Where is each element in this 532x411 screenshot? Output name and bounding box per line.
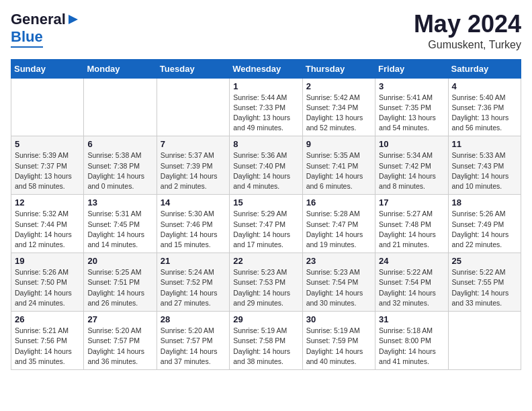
day-number: 10 <box>379 139 444 149</box>
col-thursday: Thursday <box>302 59 375 78</box>
table-row: 2Sunrise: 5:42 AMSunset: 7:34 PMDaylight… <box>302 78 375 136</box>
day-number: 30 <box>306 314 371 324</box>
table-row: 17Sunrise: 5:27 AMSunset: 7:48 PMDayligh… <box>375 195 448 253</box>
table-row: 25Sunrise: 5:22 AMSunset: 7:55 PMDayligh… <box>448 253 521 312</box>
table-row: 27Sunrise: 5:20 AMSunset: 7:57 PMDayligh… <box>84 312 157 370</box>
day-info: Sunrise: 5:33 AMSunset: 7:43 PMDaylight:… <box>452 150 517 191</box>
table-row: 5Sunrise: 5:39 AMSunset: 7:37 PMDaylight… <box>11 136 84 195</box>
day-info: Sunrise: 5:39 AMSunset: 7:37 PMDaylight:… <box>15 150 80 191</box>
day-info: Sunrise: 5:32 AMSunset: 7:44 PMDaylight:… <box>15 209 80 250</box>
logo-arrow-icon <box>66 12 81 27</box>
table-row: 9Sunrise: 5:35 AMSunset: 7:41 PMDaylight… <box>302 136 375 195</box>
logo-blue-text: Blue <box>11 28 43 48</box>
day-info: Sunrise: 5:18 AMSunset: 8:00 PMDaylight:… <box>379 326 444 367</box>
page-header: General Blue May 2024 Gumuskent, Turkey <box>11 11 521 51</box>
calendar-week-row: 1Sunrise: 5:44 AMSunset: 7:33 PMDaylight… <box>11 78 521 136</box>
table-row: 26Sunrise: 5:21 AMSunset: 7:56 PMDayligh… <box>11 312 84 370</box>
day-number: 9 <box>306 139 371 149</box>
day-number: 1 <box>233 81 298 91</box>
title-section: May 2024 Gumuskent, Turkey <box>414 11 521 51</box>
day-info: Sunrise: 5:23 AMSunset: 7:53 PMDaylight:… <box>233 267 298 308</box>
svg-marker-0 <box>69 15 78 24</box>
col-tuesday: Tuesday <box>157 59 229 78</box>
table-row <box>157 78 229 136</box>
day-number: 6 <box>87 139 152 149</box>
table-row: 22Sunrise: 5:23 AMSunset: 7:53 PMDayligh… <box>230 253 302 312</box>
day-number: 23 <box>306 256 371 266</box>
day-info: Sunrise: 5:44 AMSunset: 7:33 PMDaylight:… <box>233 93 298 134</box>
day-number: 19 <box>15 256 80 266</box>
day-number: 5 <box>15 139 80 149</box>
day-number: 20 <box>87 256 152 266</box>
table-row: 6Sunrise: 5:38 AMSunset: 7:38 PMDaylight… <box>84 136 157 195</box>
day-info: Sunrise: 5:35 AMSunset: 7:41 PMDaylight:… <box>306 150 371 191</box>
day-info: Sunrise: 5:22 AMSunset: 7:54 PMDaylight:… <box>379 267 444 308</box>
day-number: 12 <box>15 197 80 208</box>
table-row: 1Sunrise: 5:44 AMSunset: 7:33 PMDaylight… <box>230 78 302 136</box>
day-number: 13 <box>87 197 152 208</box>
table-row <box>11 78 84 136</box>
day-info: Sunrise: 5:26 AMSunset: 7:50 PMDaylight:… <box>15 267 80 308</box>
table-row <box>448 312 521 370</box>
day-info: Sunrise: 5:29 AMSunset: 7:47 PMDaylight:… <box>233 209 298 250</box>
day-number: 3 <box>379 81 444 91</box>
day-number: 26 <box>15 314 80 324</box>
day-info: Sunrise: 5:23 AMSunset: 7:54 PMDaylight:… <box>306 267 371 308</box>
day-info: Sunrise: 5:20 AMSunset: 7:57 PMDaylight:… <box>161 326 226 367</box>
table-row: 31Sunrise: 5:18 AMSunset: 8:00 PMDayligh… <box>375 312 448 370</box>
day-info: Sunrise: 5:21 AMSunset: 7:56 PMDaylight:… <box>15 326 80 367</box>
table-row: 4Sunrise: 5:40 AMSunset: 7:36 PMDaylight… <box>448 78 521 136</box>
table-row: 20Sunrise: 5:25 AMSunset: 7:51 PMDayligh… <box>84 253 157 312</box>
table-row: 19Sunrise: 5:26 AMSunset: 7:50 PMDayligh… <box>11 253 84 312</box>
logo: General Blue <box>11 11 81 48</box>
day-info: Sunrise: 5:31 AMSunset: 7:45 PMDaylight:… <box>87 209 152 250</box>
col-sunday: Sunday <box>11 59 84 78</box>
day-info: Sunrise: 5:24 AMSunset: 7:52 PMDaylight:… <box>161 267 226 308</box>
calendar-table: Sunday Monday Tuesday Wednesday Thursday… <box>11 59 521 370</box>
day-info: Sunrise: 5:28 AMSunset: 7:47 PMDaylight:… <box>306 209 371 250</box>
day-info: Sunrise: 5:37 AMSunset: 7:39 PMDaylight:… <box>161 150 226 191</box>
table-row: 16Sunrise: 5:28 AMSunset: 7:47 PMDayligh… <box>302 195 375 253</box>
logo-general-text: General <box>11 11 66 28</box>
day-number: 16 <box>306 197 371 208</box>
month-title: May 2024 <box>414 11 521 38</box>
day-info: Sunrise: 5:22 AMSunset: 7:55 PMDaylight:… <box>452 267 517 308</box>
calendar-header-row: Sunday Monday Tuesday Wednesday Thursday… <box>11 59 521 78</box>
day-number: 15 <box>233 197 298 208</box>
day-number: 28 <box>161 314 226 324</box>
table-row: 11Sunrise: 5:33 AMSunset: 7:43 PMDayligh… <box>448 136 521 195</box>
day-number: 7 <box>161 139 226 149</box>
day-info: Sunrise: 5:34 AMSunset: 7:42 PMDaylight:… <box>379 150 444 191</box>
table-row: 21Sunrise: 5:24 AMSunset: 7:52 PMDayligh… <box>157 253 229 312</box>
day-info: Sunrise: 5:19 AMSunset: 7:58 PMDaylight:… <box>233 326 298 367</box>
day-number: 4 <box>452 81 517 91</box>
table-row: 30Sunrise: 5:19 AMSunset: 7:59 PMDayligh… <box>302 312 375 370</box>
day-number: 31 <box>379 314 444 324</box>
table-row: 13Sunrise: 5:31 AMSunset: 7:45 PMDayligh… <box>84 195 157 253</box>
table-row: 29Sunrise: 5:19 AMSunset: 7:58 PMDayligh… <box>230 312 302 370</box>
table-row: 28Sunrise: 5:20 AMSunset: 7:57 PMDayligh… <box>157 312 229 370</box>
day-info: Sunrise: 5:20 AMSunset: 7:57 PMDaylight:… <box>87 326 152 367</box>
day-number: 11 <box>452 139 517 149</box>
calendar-week-row: 12Sunrise: 5:32 AMSunset: 7:44 PMDayligh… <box>11 195 521 253</box>
day-number: 29 <box>233 314 298 324</box>
day-info: Sunrise: 5:25 AMSunset: 7:51 PMDaylight:… <box>87 267 152 308</box>
table-row: 8Sunrise: 5:36 AMSunset: 7:40 PMDaylight… <box>230 136 302 195</box>
day-number: 25 <box>452 256 517 266</box>
calendar-week-row: 5Sunrise: 5:39 AMSunset: 7:37 PMDaylight… <box>11 136 521 195</box>
table-row: 3Sunrise: 5:41 AMSunset: 7:35 PMDaylight… <box>375 78 448 136</box>
day-number: 2 <box>306 81 371 91</box>
table-row: 15Sunrise: 5:29 AMSunset: 7:47 PMDayligh… <box>230 195 302 253</box>
day-info: Sunrise: 5:26 AMSunset: 7:49 PMDaylight:… <box>452 209 517 250</box>
calendar-week-row: 19Sunrise: 5:26 AMSunset: 7:50 PMDayligh… <box>11 253 521 312</box>
day-number: 8 <box>233 139 298 149</box>
table-row <box>84 78 157 136</box>
table-row: 24Sunrise: 5:22 AMSunset: 7:54 PMDayligh… <box>375 253 448 312</box>
table-row: 12Sunrise: 5:32 AMSunset: 7:44 PMDayligh… <box>11 195 84 253</box>
day-info: Sunrise: 5:41 AMSunset: 7:35 PMDaylight:… <box>379 93 444 134</box>
day-number: 24 <box>379 256 444 266</box>
day-number: 21 <box>161 256 226 266</box>
day-info: Sunrise: 5:30 AMSunset: 7:46 PMDaylight:… <box>161 209 226 250</box>
day-info: Sunrise: 5:40 AMSunset: 7:36 PMDaylight:… <box>452 93 517 134</box>
calendar-week-row: 26Sunrise: 5:21 AMSunset: 7:56 PMDayligh… <box>11 312 521 370</box>
